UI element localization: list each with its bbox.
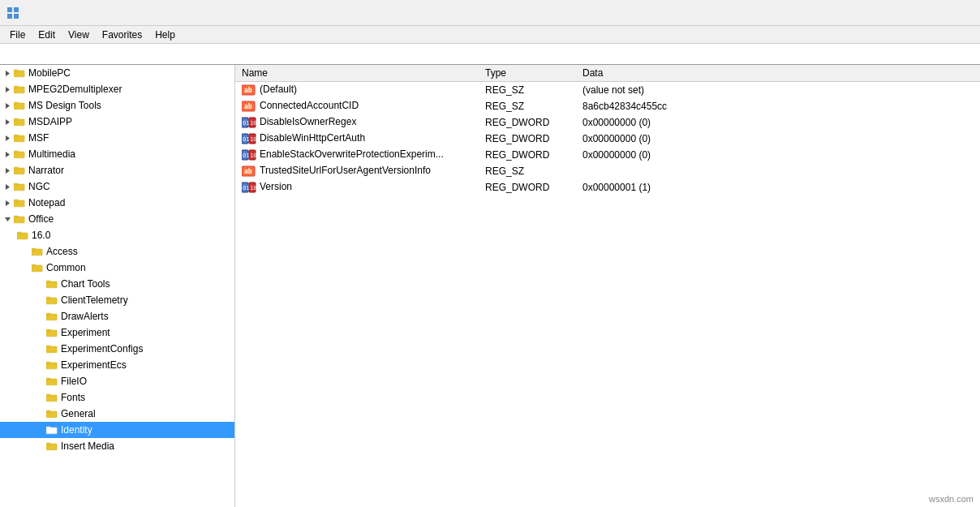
tree-item-notepad[interactable]: Notepad [0, 195, 234, 211]
data-panel[interactable]: Name Type Data ab (Default)REG_SZ(value … [235, 65, 980, 507]
tree-item-identity[interactable]: Identity [0, 422, 234, 438]
tree-item-multimedia[interactable]: Multimedia [0, 146, 234, 162]
svg-rect-6 [14, 70, 18, 72]
cell-type: REG_SZ [479, 163, 576, 179]
tree-toggle-narrator[interactable] [0, 164, 13, 177]
menu-item-favorites[interactable]: Favorites [96, 28, 148, 42]
svg-marker-4 [6, 71, 10, 76]
folder-icon-office-16 [16, 229, 29, 242]
tree-item-msdaipp[interactable]: MSDAIPP [0, 114, 234, 130]
tree-toggle-msdesigntools[interactable] [0, 99, 13, 112]
folder-icon-mpeg2demux [13, 83, 26, 96]
folder-icon-charttools [45, 277, 58, 290]
tree-item-experimentecs[interactable]: ExperimentEcs [0, 357, 234, 373]
table-row[interactable]: 01 10 DisableWinHttpCertAuthREG_DWORD0x0… [235, 131, 980, 147]
cell-data [576, 163, 980, 179]
table-row[interactable]: 01 10 DisableIsOwnerRegexREG_DWORD0x0000… [235, 114, 980, 131]
svg-text:ab: ab [244, 103, 252, 110]
tree-label-office: Office [28, 213, 54, 225]
tree-toggle-office[interactable] [0, 213, 13, 226]
menu-item-view[interactable]: View [62, 28, 96, 42]
col-data-header: Data [576, 65, 980, 82]
tree-item-fonts[interactable]: Fonts [0, 389, 234, 406]
cell-type: REG_SZ [479, 82, 576, 98]
table-row[interactable]: ab (Default)REG_SZ(value not set) [235, 82, 980, 98]
reg-dword-icon: 01 10 [242, 133, 256, 144]
tree-item-ngc[interactable]: NGC [0, 178, 234, 195]
table-row[interactable]: ab ConnectedAccountCIDREG_SZ8a6cb42834c4… [235, 98, 980, 114]
tree-toggle-common[interactable] [0, 261, 31, 274]
tree-toggle-ngc[interactable] [0, 180, 13, 193]
menu-item-help[interactable]: Help [148, 28, 182, 42]
tree-toggle-mpeg2demux[interactable] [0, 83, 13, 96]
tree-item-fileio[interactable]: FileIO [0, 373, 234, 389]
tree-item-msf[interactable]: MSF [0, 130, 234, 146]
tree-item-mobilepc[interactable]: MobilePC [0, 65, 234, 81]
tree-item-experiment[interactable]: Experiment [0, 324, 234, 341]
table-row[interactable]: 01 10 VersionREG_DWORD0x00000001 (1) [235, 179, 980, 195]
tree-toggle-office-16[interactable] [0, 229, 16, 242]
folder-icon-narrator [13, 164, 26, 177]
table-row[interactable]: ab TrustedSiteUrlForUserAgentVersionInfo… [235, 163, 980, 179]
cell-name-text: Version [260, 181, 292, 192]
svg-rect-41 [32, 248, 36, 251]
tree-toggle-msdaipp[interactable] [0, 115, 13, 128]
tree-label-fileio: FileIO [61, 376, 87, 387]
svg-rect-56 [46, 346, 50, 348]
tree-item-insertmedia[interactable]: Insert Media [0, 438, 234, 454]
svg-text:ab: ab [244, 87, 252, 94]
svg-text:ab: ab [244, 168, 252, 175]
tree-item-access[interactable]: Access [0, 243, 234, 260]
tree-item-mpeg2demux[interactable]: MPEG2Demultiplexer [0, 81, 234, 97]
folder-icon-general [45, 407, 58, 420]
tree-item-charttools[interactable]: Chart Tools [0, 276, 234, 292]
svg-rect-12 [14, 102, 18, 105]
tree-toggle-insertmedia[interactable] [0, 440, 45, 453]
folder-icon-mobilepc [13, 67, 26, 79]
tree-item-clienttelemetry[interactable]: ClientTelemetry [0, 292, 234, 308]
menu-item-file[interactable]: File [3, 28, 32, 42]
svg-text:10: 10 [250, 185, 256, 191]
registry-table: Name Type Data ab (Default)REG_SZ(value … [235, 65, 980, 195]
tree-item-drawalerts[interactable]: DrawAlerts [0, 308, 234, 324]
tree-toggle-msf[interactable] [0, 131, 13, 144]
col-name-header: Name [235, 65, 479, 82]
svg-rect-54 [46, 329, 50, 332]
svg-rect-52 [46, 313, 50, 316]
svg-rect-27 [14, 183, 18, 186]
tree-toggle-mobilepc[interactable] [0, 67, 13, 79]
reg-dword-icon: 01 10 [242, 117, 256, 128]
tree-toggle-access[interactable] [0, 245, 31, 258]
svg-marker-13 [6, 119, 10, 125]
svg-rect-64 [46, 410, 50, 413]
svg-text:10: 10 [250, 120, 256, 127]
tree-item-office[interactable]: Office [0, 211, 234, 227]
folder-icon-clienttelemetry [45, 294, 58, 307]
folder-icon-access [31, 245, 44, 258]
cell-name-text: TrustedSiteUrlForUserAgentVersionInfo [260, 165, 431, 176]
tree-label-experimentconfigs: ExperimentConfigs [61, 343, 143, 354]
tree-label-identity: Identity [61, 424, 92, 436]
svg-rect-37 [17, 232, 21, 234]
svg-rect-58 [46, 362, 50, 364]
svg-rect-60 [46, 378, 50, 380]
tree-label-clienttelemetry: ClientTelemetry [61, 294, 128, 306]
menu-item-edit[interactable]: Edit [32, 28, 62, 42]
table-row[interactable]: 01 10 EnableStackOverwriteProtectionExpe… [235, 147, 980, 163]
watermark: wsxdn.com [929, 494, 974, 504]
tree-item-common[interactable]: Common [0, 260, 234, 276]
tree-toggle-clienttelemetry[interactable] [0, 294, 45, 307]
tree-panel[interactable]: MobilePC MPEG2Demultiplexer MS Design To… [0, 65, 235, 507]
tree-item-msdesigntools[interactable]: MS Design Tools [0, 97, 234, 114]
main-content: MobilePC MPEG2Demultiplexer MS Design To… [0, 65, 980, 507]
tree-label-multimedia: Multimedia [28, 148, 75, 160]
tree-item-office-16[interactable]: 16.0 [0, 227, 234, 243]
tree-item-narrator[interactable]: Narrator [0, 162, 234, 178]
tree-toggle-notepad[interactable] [0, 196, 13, 209]
tree-toggle-multimedia[interactable] [0, 148, 13, 161]
tree-item-general[interactable]: General [0, 406, 234, 422]
svg-marker-7 [6, 87, 10, 92]
svg-text:01: 01 [243, 136, 249, 143]
tree-item-experimentconfigs[interactable]: ExperimentConfigs [0, 341, 234, 357]
cell-name: ab (Default) [235, 82, 479, 98]
